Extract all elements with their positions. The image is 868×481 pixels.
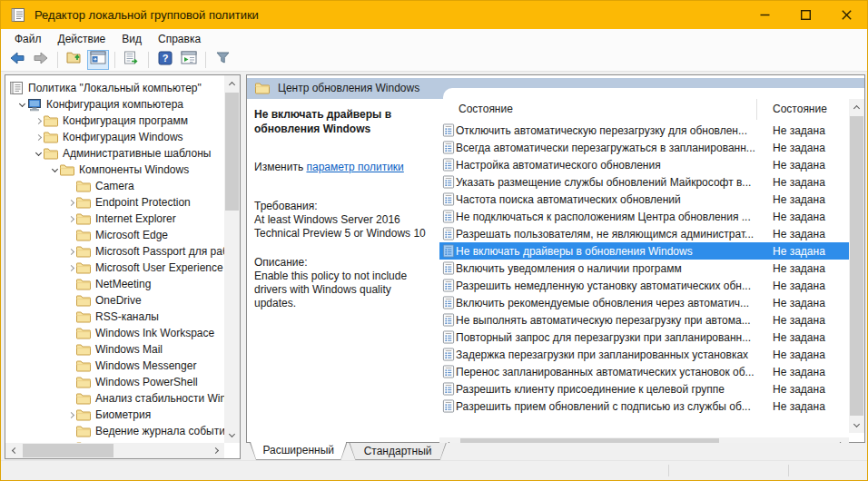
chevron-expanded-icon[interactable]	[16, 99, 27, 110]
policy-row[interactable]: Задержка перезагрузки при запланированны…	[439, 346, 849, 363]
scrollbar-thumb[interactable]	[23, 444, 113, 457]
tree-item[interactable]: Windows Messenger	[5, 358, 224, 374]
tab-extended-view[interactable]: Расширенный	[250, 443, 347, 460]
policy-icon	[439, 123, 455, 137]
policy-row[interactable]: Не включать драйверы в обновления Window…	[439, 242, 849, 260]
toolbar-export-list-button[interactable]	[121, 50, 143, 70]
category-header: Центр обновления Windows	[247, 78, 864, 99]
chevron-collapsed-icon[interactable]	[65, 246, 76, 257]
chevron-placeholder	[65, 295, 76, 306]
new-window-icon	[181, 51, 197, 68]
chevron-collapsed-icon[interactable]	[33, 132, 44, 142]
forward-icon	[33, 51, 49, 69]
chevron-collapsed-icon[interactable]	[65, 213, 76, 224]
folder-icon	[76, 328, 93, 339]
folder-icon	[76, 262, 93, 274]
tree-item[interactable]: Camera	[5, 178, 224, 194]
tree-item[interactable]: Конфигурация компьютера	[5, 96, 224, 113]
toolbar-back-button[interactable]	[6, 50, 28, 70]
toolbar-show-console-tree-button[interactable]	[87, 50, 109, 70]
maximize-button[interactable]	[785, 1, 826, 29]
tree-item[interactable]: Internet Explorer	[5, 211, 224, 227]
toolbar-new-window-button[interactable]	[178, 50, 200, 70]
tree-item[interactable]: Microsoft Passport для раб	[5, 243, 224, 260]
tree-vertical-scrollbar[interactable]	[224, 75, 240, 443]
policy-state: Не задана	[757, 314, 825, 327]
menu-item-4[interactable]: Справка	[150, 30, 209, 48]
menu-item-1[interactable]: Файл	[6, 30, 50, 48]
column-header-setting[interactable]: Состояние	[439, 99, 757, 120]
tree-item[interactable]: Анализ стабильности Win	[5, 390, 224, 407]
policy-row[interactable]: Не подключаться к расположениям Центра о…	[439, 208, 849, 225]
category-title: Центр обновления Windows	[278, 82, 419, 94]
toolbar-forward-button[interactable]	[30, 50, 52, 70]
tree-item[interactable]: Endpoint Protection	[5, 194, 224, 211]
policy-row[interactable]: Включить рекомендуемые обновления через …	[439, 294, 849, 311]
results-pane: Центр обновления Windows Не включать дра…	[246, 74, 865, 443]
tree-item[interactable]: Конфигурация Windows	[5, 129, 224, 145]
tree-item-label: Конфигурация программ	[60, 114, 188, 127]
policy-row[interactable]: Перенос запланированных автоматических у…	[439, 363, 849, 380]
policy-row[interactable]: Настройка автоматического обновленияНе з…	[439, 156, 849, 173]
tree-item[interactable]: Биометрия	[5, 407, 224, 423]
tree-item[interactable]: Компоненты Windows	[5, 162, 224, 178]
policy-row[interactable]: Всегда автоматически перезагружаться в з…	[439, 139, 849, 156]
policy-row[interactable]: Повторный запрос для перезагрузки при за…	[439, 329, 849, 346]
show-console-tree-icon	[90, 51, 106, 68]
edit-policy-link[interactable]: параметр политики	[306, 161, 403, 173]
tree-item[interactable]: RSS-каналы	[5, 309, 224, 325]
chevron-placeholder	[65, 426, 76, 437]
policy-row[interactable]: Включить уведомления о наличии программН…	[439, 260, 849, 277]
back-icon	[9, 51, 25, 69]
tree-item[interactable]: Microsoft Edge	[5, 227, 224, 243]
tree-item[interactable]: Ведение журнала событий	[5, 423, 224, 439]
tree-item[interactable]: NetMeeting	[5, 276, 224, 292]
tree-horizontal-scrollbar[interactable]	[5, 443, 224, 458]
tab-standard-view[interactable]: Стандартный	[349, 443, 446, 460]
policy-name: Настройка автоматического обновления	[455, 159, 757, 172]
column-header-state[interactable]: Состояние	[757, 99, 849, 120]
policy-icon	[439, 141, 455, 154]
tree-item[interactable]: Конфигурация программ	[5, 113, 224, 129]
scroll-up-icon[interactable]	[849, 99, 864, 114]
chevron-expanded-icon[interactable]	[33, 148, 44, 159]
chevron-collapsed-icon[interactable]	[65, 409, 76, 420]
scroll-down-icon[interactable]	[224, 427, 240, 443]
minimize-button[interactable]	[745, 1, 785, 29]
tree-item[interactable]: Windows Mail	[5, 341, 224, 358]
policy-row[interactable]: Разрешить немедленную установку автомати…	[439, 277, 849, 294]
toolbar-up-one-level-button[interactable]	[64, 50, 85, 70]
tree-item[interactable]: Административные шаблоны	[5, 145, 224, 162]
list-vertical-scrollbar[interactable]	[849, 99, 864, 433]
scrollbar-thumb[interactable]	[225, 93, 239, 211]
policy-row[interactable]: Указать размещение службы обновлений Май…	[439, 173, 849, 191]
chevron-expanded-icon[interactable]	[49, 164, 60, 175]
scrollbar-thumb[interactable]	[850, 116, 863, 416]
tree-item[interactable]: Windows Ink Workspace	[5, 325, 224, 341]
chevron-collapsed-icon[interactable]	[65, 197, 76, 208]
policy-row[interactable]: Отключить автоматическую перезагрузку дл…	[439, 122, 849, 139]
scroll-up-icon[interactable]	[224, 75, 240, 91]
menu-item-2[interactable]: Действие	[50, 30, 114, 48]
tab-label: Расширенный	[251, 442, 346, 459]
tree-item[interactable]: OneDrive	[5, 292, 224, 309]
policy-row[interactable]: Разрешить прием обновлений с подписью из…	[439, 398, 849, 415]
toolbar-filter-button[interactable]	[212, 50, 233, 70]
tree-item[interactable]: Windows PowerShell	[5, 374, 224, 390]
tree-item[interactable]: Microsoft User Experience V	[5, 260, 224, 276]
folder-icon	[76, 181, 93, 192]
policy-row[interactable]: Разрешить клиенту присоединение к целево…	[439, 380, 849, 398]
policy-row[interactable]: Разрешать пользователям, не являющимся а…	[439, 225, 849, 242]
chevron-collapsed-icon[interactable]	[65, 262, 76, 273]
scroll-down-icon[interactable]	[849, 417, 864, 433]
close-button[interactable]	[826, 1, 867, 29]
policy-row[interactable]: Не выполнять автоматическую перезагрузку…	[439, 311, 849, 329]
toolbar-help-button[interactable]: ?	[154, 50, 176, 70]
tree-item[interactable]: Политика "Локальный компьютер"	[5, 80, 224, 96]
menu-item-3[interactable]: Вид	[113, 30, 150, 48]
chevron-placeholder	[65, 344, 76, 355]
scroll-right-icon[interactable]	[209, 443, 224, 458]
policy-row[interactable]: Частота поиска автоматических обновлений…	[439, 191, 849, 208]
chevron-collapsed-icon[interactable]	[33, 115, 44, 126]
scroll-left-icon[interactable]	[5, 443, 21, 458]
